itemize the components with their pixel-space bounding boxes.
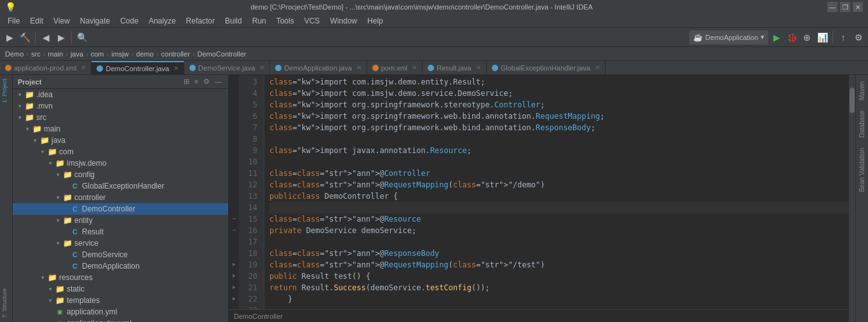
maximize-button[interactable]: ❐ bbox=[840, 2, 850, 12]
title-bar: 💡 demo [C:\Procject\Test\Demo] - ...\src… bbox=[0, 0, 868, 14]
tree-item-application_yml[interactable]: ▣application.yml bbox=[13, 306, 228, 318]
sidebar-collapse-icon[interactable]: ≡ bbox=[193, 77, 200, 86]
tab-Result_java[interactable]: Result.java✕ bbox=[423, 61, 486, 74]
run-config-dropdown[interactable]: ☕ DemoApplication ▾ bbox=[689, 30, 768, 44]
tree-item-controller[interactable]: ▾📁controller bbox=[13, 192, 228, 203]
toolbar-settings-icon[interactable]: ⚙ bbox=[851, 30, 865, 44]
tree-item-Result[interactable]: CResult bbox=[13, 226, 228, 238]
menu-item-file[interactable]: File bbox=[3, 15, 25, 27]
minimize-button[interactable]: — bbox=[827, 2, 837, 12]
code-line: class="kw">import javax.annotation.Resou… bbox=[269, 145, 850, 156]
tab-DemoApplication_java[interactable]: DemoApplication.java✕ bbox=[270, 61, 367, 74]
maven-panel-tab[interactable]: Maven bbox=[857, 77, 867, 104]
tab-close-icon[interactable]: ✕ bbox=[259, 64, 264, 71]
tree-node-label: .mvn bbox=[36, 102, 53, 111]
editor-breadcrumb-text: DemoController bbox=[234, 312, 283, 320]
toolbar-build-icon[interactable]: 🔨 bbox=[18, 30, 32, 44]
menu-item-tools[interactable]: Tools bbox=[271, 15, 299, 27]
project-panel-tab[interactable]: 1: Project bbox=[0, 75, 12, 107]
breadcrumb-item-imsjw[interactable]: imsjw bbox=[111, 50, 129, 58]
sidebar-sync-icon[interactable]: ⊞ bbox=[182, 77, 191, 86]
editor-code[interactable]: class="kw">import com.imsjw.demo.entity.… bbox=[264, 75, 855, 309]
breadcrumb-item-democontroller[interactable]: DemoController bbox=[197, 50, 246, 58]
tree-item-_mvn[interactable]: ▾📁.mvn bbox=[13, 100, 228, 112]
profile-button[interactable]: 📊 bbox=[815, 30, 829, 44]
database-panel-tab[interactable]: Database bbox=[857, 107, 867, 142]
tree-item-DemoApplication[interactable]: CDemoApplication bbox=[13, 260, 228, 272]
tree-item-imsjw_demo[interactable]: ▾📁imsjw.demo bbox=[13, 158, 228, 169]
tab-DemoService_java[interactable]: DemoService.java✕ bbox=[184, 61, 270, 74]
tree-item-entity[interactable]: ▾📁entity bbox=[13, 215, 228, 226]
breadcrumb-item-demo[interactable]: Demo bbox=[5, 50, 24, 58]
sidebar-header: Project ⊞ ≡ ⚙ — bbox=[13, 75, 228, 89]
run-button[interactable]: ▶ bbox=[770, 30, 783, 44]
tree-item-_idea[interactable]: ▾📁.idea bbox=[13, 89, 228, 100]
menu-item-navigate[interactable]: Navigate bbox=[75, 15, 115, 27]
tree-item-com[interactable]: ▾📁com bbox=[13, 146, 228, 158]
tab-label: DemoApplication.java bbox=[284, 64, 351, 72]
left-stripe: 1: Project 7: Structure bbox=[0, 75, 13, 322]
tab-close-icon[interactable]: ✕ bbox=[595, 64, 600, 71]
breadcrumb-item-src[interactable]: src bbox=[31, 50, 41, 58]
tree-item-java[interactable]: ▾📁java bbox=[13, 135, 228, 146]
toolbar: ▶ 🔨 ◀ ▶ 🔍 ☕ DemoApplication ▾ ▶ 🐞 ⊕ 📊 ↑ … bbox=[0, 28, 868, 47]
tab-GlobalExceptionHandler_java[interactable]: GlobalExceptionHandler.java✕ bbox=[487, 61, 606, 74]
structure-panel-tab[interactable]: 7: Structure bbox=[0, 285, 12, 322]
menu-item-edit[interactable]: Edit bbox=[25, 15, 48, 27]
coverage-button[interactable]: ⊕ bbox=[800, 30, 814, 44]
tab-application-prod_xml[interactable]: application-prod.xml✕ bbox=[0, 61, 92, 74]
toolbar-run-icon[interactable]: ▶ bbox=[3, 30, 17, 44]
sidebar-settings-icon[interactable]: ⚙ bbox=[202, 77, 211, 86]
close-button[interactable]: ✕ bbox=[853, 2, 863, 12]
tree-item-src[interactable]: ▾📁src bbox=[13, 112, 228, 123]
line-number: 20 bbox=[239, 271, 260, 282]
breadcrumb-item-demo[interactable]: demo bbox=[136, 50, 154, 58]
menu-item-analyze[interactable]: Analyze bbox=[144, 15, 181, 27]
breadcrumb-item-controller[interactable]: controller bbox=[161, 50, 190, 58]
menu-item-help[interactable]: Help bbox=[362, 15, 388, 27]
editor-scrollbar[interactable] bbox=[849, 75, 855, 309]
tree-item-resources[interactable]: ▾📁resources bbox=[13, 272, 228, 283]
menu-item-run[interactable]: Run bbox=[247, 15, 271, 27]
menu-item-code[interactable]: Code bbox=[115, 15, 144, 27]
breadcrumb-item-java[interactable]: java bbox=[71, 50, 83, 58]
tab-close-icon[interactable]: ✕ bbox=[173, 65, 179, 72]
tree-node-icon: 📁 bbox=[39, 135, 50, 145]
tree-item-config[interactable]: ▾📁config bbox=[13, 169, 228, 180]
breadcrumb-item-main[interactable]: main bbox=[48, 50, 63, 58]
tree-arrow-icon: ▾ bbox=[53, 217, 62, 224]
tree-item-static[interactable]: ▾📁static bbox=[13, 283, 228, 295]
editor-scrollbar-thumb[interactable] bbox=[850, 88, 855, 113]
tab-label: GlobalExceptionHandler.java bbox=[501, 64, 590, 72]
bean-validation-panel-tab[interactable]: Bean Validation bbox=[857, 144, 867, 196]
tab-icon bbox=[97, 65, 103, 72]
toolbar-search-icon[interactable]: 🔍 bbox=[75, 30, 89, 44]
tree-item-GlobalExceptionHandler[interactable]: CGlobalExceptionHandler bbox=[13, 180, 228, 192]
tree-item-DemoController[interactable]: CDemoController bbox=[13, 203, 228, 215]
tree-item-main[interactable]: ▾📁main bbox=[13, 123, 228, 135]
menu-item-window[interactable]: Window bbox=[325, 15, 362, 27]
vcs-icon[interactable]: ↑ bbox=[836, 30, 850, 44]
sidebar-close-icon[interactable]: — bbox=[214, 77, 223, 86]
menu-item-view[interactable]: View bbox=[48, 15, 75, 27]
tab-close-icon[interactable]: ✕ bbox=[81, 64, 86, 71]
tab-close-icon[interactable]: ✕ bbox=[412, 64, 417, 71]
tree-item-application-dev_yml[interactable]: ▣application-dev.yml bbox=[13, 318, 228, 322]
toolbar-back-icon[interactable]: ◀ bbox=[39, 30, 53, 44]
tree-node-label: config bbox=[74, 170, 95, 179]
tree-item-service[interactable]: ▾📁service bbox=[13, 238, 228, 249]
editor-code-area[interactable]: →→▸▸▸▸ 345678910111213141516171819202122… bbox=[229, 75, 855, 309]
line-number: 9 bbox=[239, 145, 260, 156]
tree-item-templates[interactable]: ▾📁templates bbox=[13, 295, 228, 306]
tab-DemoController_java[interactable]: DemoController.java✕ bbox=[92, 61, 184, 74]
tab-pom_xml[interactable]: pom.xml✕ bbox=[367, 61, 423, 74]
tree-item-DemoService[interactable]: CDemoService bbox=[13, 249, 228, 260]
menu-item-vcs[interactable]: VCS bbox=[299, 15, 325, 27]
tab-close-icon[interactable]: ✕ bbox=[356, 64, 362, 71]
breadcrumb-item-com[interactable]: com bbox=[91, 50, 104, 58]
menu-item-build[interactable]: Build bbox=[220, 15, 247, 27]
debug-button[interactable]: 🐞 bbox=[785, 30, 799, 44]
menu-item-refactor[interactable]: Refactor bbox=[181, 15, 220, 27]
toolbar-forward-icon[interactable]: ▶ bbox=[54, 30, 68, 44]
tab-close-icon[interactable]: ✕ bbox=[476, 64, 481, 71]
